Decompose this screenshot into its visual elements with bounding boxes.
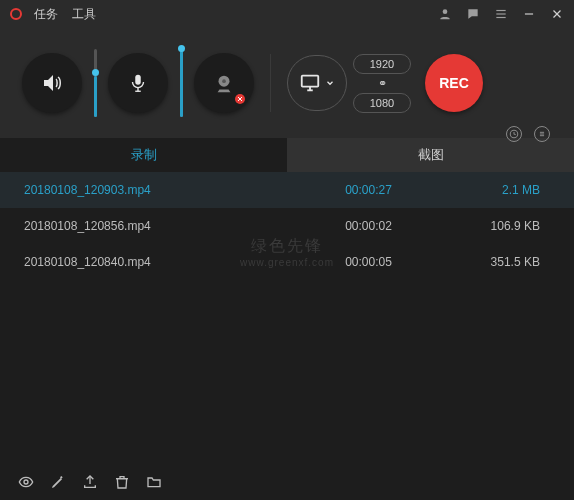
chat-icon[interactable]	[466, 7, 480, 21]
disabled-badge-icon	[234, 93, 246, 105]
hamburger-icon[interactable]	[494, 7, 508, 21]
folder-icon[interactable]	[146, 474, 162, 490]
monitor-icon	[299, 72, 321, 94]
svg-rect-7	[135, 75, 141, 85]
tab-record[interactable]: 录制	[0, 138, 287, 172]
recording-list: 20180108_120903.mp4 00:00:27 2.1 MB 2018…	[0, 172, 574, 464]
cell-name: 20180108_120856.mp4	[24, 219, 308, 233]
resolution-height[interactable]: 1080	[353, 93, 411, 113]
menu-tools[interactable]: 工具	[72, 6, 96, 23]
speaker-button[interactable]	[22, 53, 82, 113]
cell-name: 20180108_120903.mp4	[24, 183, 308, 197]
mic-volume-slider[interactable]	[170, 49, 192, 117]
titlebar-right	[438, 7, 564, 21]
table-row[interactable]: 20180108_120856.mp4 00:00:02 106.9 KB	[0, 208, 574, 244]
menu-tasks[interactable]: 任务	[34, 6, 58, 23]
cell-size: 106.9 KB	[429, 219, 550, 233]
svg-point-0	[443, 9, 448, 14]
toolbar-separator	[270, 54, 271, 112]
edit-icon[interactable]	[50, 474, 66, 490]
svg-point-11	[222, 79, 226, 83]
toolbar: 1920 ⚭ 1080 REC	[0, 28, 574, 138]
mini-controls	[506, 126, 550, 142]
minimize-icon[interactable]	[522, 7, 536, 21]
titlebar: 任务 工具	[0, 0, 574, 28]
cell-name: 20180108_120840.mp4	[24, 255, 308, 269]
account-icon[interactable]	[438, 7, 452, 21]
svg-point-22	[24, 480, 28, 484]
close-icon[interactable]	[550, 7, 564, 21]
app-window: 任务 工具	[0, 0, 574, 500]
timer-icon[interactable]	[506, 126, 522, 142]
record-button[interactable]: REC	[425, 54, 483, 112]
tabs: 录制 截图	[0, 138, 574, 172]
cell-size: 351.5 KB	[429, 255, 550, 269]
lock-aspect-icon[interactable]: ⚭	[378, 78, 387, 89]
cell-size: 2.1 MB	[429, 183, 550, 197]
display-button[interactable]	[287, 55, 347, 111]
capture-area-group: 1920 ⚭ 1080	[287, 54, 411, 113]
mic-icon	[127, 72, 149, 94]
cell-duration: 00:00:02	[308, 219, 429, 233]
table-row[interactable]: 20180108_120840.mp4 00:00:05 351.5 KB	[0, 244, 574, 280]
resolution-width[interactable]: 1920	[353, 54, 411, 74]
list-mode-icon[interactable]	[534, 126, 550, 142]
mic-button[interactable]	[108, 53, 168, 113]
delete-icon[interactable]	[114, 474, 130, 490]
tab-screenshot[interactable]: 截图	[287, 138, 574, 172]
speaker-icon	[40, 71, 64, 95]
speaker-volume-slider[interactable]	[84, 49, 106, 117]
bottom-toolbar	[0, 464, 574, 500]
menu-bar: 任务 工具	[34, 6, 96, 23]
preview-icon[interactable]	[18, 474, 34, 490]
chevron-down-icon	[325, 78, 335, 88]
app-logo-icon	[10, 8, 22, 20]
cell-duration: 00:00:27	[308, 183, 429, 197]
webcam-icon	[213, 72, 235, 94]
cell-duration: 00:00:05	[308, 255, 429, 269]
table-row[interactable]: 20180108_120903.mp4 00:00:27 2.1 MB	[0, 172, 574, 208]
svg-rect-15	[302, 76, 319, 87]
export-icon[interactable]	[82, 474, 98, 490]
webcam-button[interactable]	[194, 53, 254, 113]
